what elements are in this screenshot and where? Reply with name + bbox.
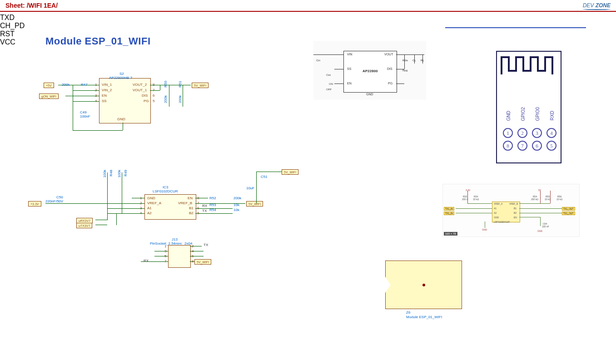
s2-n6: 6 (153, 93, 154, 98)
flag-on-wifi: gON_WIFI (39, 93, 59, 99)
th-b1: B1 (514, 207, 517, 210)
ap-part: AP22800 (363, 69, 378, 73)
flag-5vw1: 5V_WIFI (246, 201, 263, 207)
r50: R50 (164, 81, 168, 88)
ap-wire (396, 84, 404, 84)
th-33v: 3.3V (466, 189, 470, 192)
r54v: 10k (233, 208, 239, 212)
wire (132, 198, 144, 198)
th-cv: 100 nF (542, 225, 549, 228)
esp-rxd: RXD (550, 111, 555, 120)
devzone-logo: DEV ZONE (583, 2, 611, 9)
wire (107, 172, 108, 208)
r54: R54 (209, 208, 216, 212)
th-gnd-l: GND (494, 216, 499, 219)
esp-chpd: CH_PD (0, 22, 616, 30)
s2-pin-vout1: VOUT_1 (133, 88, 147, 92)
esp-vcc: VCC (0, 38, 616, 46)
wire (150, 85, 191, 85)
c50: C50 (56, 195, 63, 199)
ic3-gnd: GND (147, 196, 155, 200)
s2-pin-vout2: VOUT_2 (133, 83, 147, 87)
flag-33v: +3.3V (28, 201, 41, 207)
esp-pin6: 6 (532, 141, 542, 151)
wire (123, 123, 123, 130)
th-txo2: TX1_OUT (562, 212, 575, 215)
c51: C51 (261, 175, 268, 179)
wire (73, 101, 99, 102)
ic3-a2: A2 (147, 211, 152, 215)
wire (190, 246, 202, 246)
ap-wire (422, 54, 423, 64)
j13-tx: TX (204, 243, 208, 247)
esp-txd: TXD (0, 14, 616, 22)
ic3-ref: IC3 (163, 185, 168, 189)
ap-pg: PG (388, 82, 392, 85)
th-r34v: 10 kΩ (473, 198, 479, 201)
wire (256, 172, 257, 203)
wire (160, 85, 160, 90)
th-r56v: 10 kΩ (556, 198, 562, 201)
esp-pin5: 5 (546, 141, 556, 151)
esp-pin2: 2 (517, 128, 527, 138)
esp-pin8: 8 (503, 141, 513, 151)
r53: R53 (209, 203, 216, 207)
s2-n5: 5 (153, 99, 154, 103)
ap-wire (313, 54, 343, 55)
esp-pin7: 7 (517, 141, 527, 151)
sig-tx: TX (202, 209, 207, 213)
esp-gnd: GND (506, 111, 511, 121)
wire (107, 213, 144, 214)
flag-5vw2: 5V_WIFI (282, 169, 298, 175)
wire (65, 96, 99, 96)
flag-5v-wifi: 5V_WIFI (192, 83, 209, 88)
flag-j13-5vw: 5V_WIFI (194, 259, 211, 265)
z6-name: Module ESP_01_WIFI (406, 315, 442, 319)
z6-ref: Z6 (406, 310, 410, 315)
ap-vin: VIN (347, 53, 353, 56)
antenna-icon (500, 54, 558, 76)
r53v: 10k (233, 203, 239, 207)
s2-pin-vin2: VIN_2 (102, 88, 112, 92)
s2-ref: S2 (119, 72, 124, 76)
wire (45, 203, 144, 204)
esp-rst: RST (0, 30, 616, 38)
flag-5v: +5V (44, 83, 54, 88)
c49v: 100nF (80, 114, 90, 118)
r52v: 200k (233, 196, 241, 200)
th-a1: A1 (494, 207, 497, 210)
wire (169, 85, 169, 107)
wire (73, 90, 99, 91)
wire (195, 213, 233, 214)
s2-gnd: GND (117, 117, 125, 121)
esp-pin3: 3 (532, 128, 542, 138)
wire (107, 208, 108, 220)
wire (256, 172, 282, 172)
r49v: 100k (117, 170, 121, 177)
th-txi2: TX1_IN (444, 212, 454, 215)
th-gnd-sym-l: GND (482, 228, 487, 231)
th-b2: B2 (514, 212, 517, 214)
esp-pin1: 1 (503, 128, 513, 138)
th-vrefa: VREF_A (494, 202, 502, 205)
wire (190, 261, 194, 262)
r51: R51 (178, 81, 182, 88)
ap-dis: DIS (387, 67, 392, 70)
r47: R47 (81, 83, 88, 87)
ic3-b2: B2 (189, 211, 194, 215)
ic3-vrefa: VREF_A (147, 201, 161, 205)
ap-gnd: GND (366, 93, 373, 96)
c50v: 220nF/50V (45, 199, 63, 203)
ap-rdis: Rdis (402, 59, 408, 62)
esp-pin4: 4 (546, 128, 556, 138)
wire (154, 256, 168, 256)
wire (154, 251, 168, 251)
wire (150, 90, 160, 91)
ap-vout: VOUT (384, 53, 393, 56)
r48v: 100k (103, 170, 107, 177)
j13-1: 1 (164, 244, 166, 248)
ap22800-appnote: VIN SS EN VOUT DIS PG GND AP22800 Cin Cs… (313, 41, 426, 100)
th-r55v: 10 kΩ (545, 198, 551, 201)
sig-rx: RX (202, 204, 207, 208)
ap-ss: SS (347, 67, 351, 70)
